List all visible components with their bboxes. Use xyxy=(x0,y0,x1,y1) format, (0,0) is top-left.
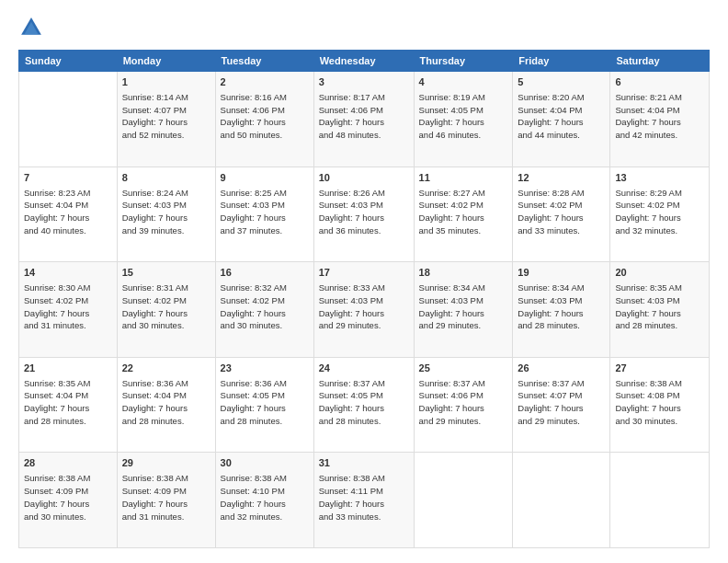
cell-line: and 29 minutes. xyxy=(419,319,508,332)
day-number: 20 xyxy=(615,266,704,281)
cell-line: and 50 minutes. xyxy=(221,129,309,142)
cell-line: Sunrise: 8:17 AM xyxy=(319,91,409,104)
cell-line: Sunrise: 8:34 AM xyxy=(518,282,605,294)
calendar-cell: 28Sunrise: 8:38 AMSunset: 4:09 PMDayligh… xyxy=(19,453,118,548)
cell-line: and 42 minutes. xyxy=(615,129,704,142)
cell-line: Sunrise: 8:27 AM xyxy=(419,187,508,200)
day-number: 16 xyxy=(221,266,309,281)
calendar-cell: 3Sunrise: 8:17 AMSunset: 4:06 PMDaylight… xyxy=(313,72,414,167)
calendar-cell: 26Sunrise: 8:37 AMSunset: 4:07 PMDayligh… xyxy=(513,357,610,453)
cell-line: Sunset: 4:03 PM xyxy=(419,294,508,307)
day-number: 23 xyxy=(221,362,309,376)
logo xyxy=(18,15,48,40)
cell-line: Sunset: 4:02 PM xyxy=(221,294,309,307)
day-number: 8 xyxy=(122,171,210,186)
day-number: 3 xyxy=(319,75,409,90)
calendar-cell: 5Sunrise: 8:20 AMSunset: 4:04 PMDaylight… xyxy=(513,72,610,167)
cell-line: Daylight: 7 hours xyxy=(319,498,409,511)
cell-line: Daylight: 7 hours xyxy=(615,402,704,415)
day-number: 10 xyxy=(319,171,409,186)
cell-line: Daylight: 7 hours xyxy=(319,116,409,129)
calendar-cell: 8Sunrise: 8:24 AMSunset: 4:03 PMDaylight… xyxy=(117,167,215,262)
calendar-cell: 10Sunrise: 8:26 AMSunset: 4:03 PMDayligh… xyxy=(313,167,414,262)
cell-line: Daylight: 7 hours xyxy=(419,307,508,320)
cell-line: Sunset: 4:03 PM xyxy=(122,199,210,212)
cell-line: Daylight: 7 hours xyxy=(221,116,309,129)
calendar-cell: 9Sunrise: 8:25 AMSunset: 4:03 PMDaylight… xyxy=(215,167,313,262)
cell-line: Daylight: 7 hours xyxy=(122,498,210,511)
calendar-cell: 17Sunrise: 8:33 AMSunset: 4:03 PMDayligh… xyxy=(313,262,414,358)
calendar-cell xyxy=(414,453,513,548)
calendar-cell: 31Sunrise: 8:38 AMSunset: 4:11 PMDayligh… xyxy=(313,453,414,548)
cell-line: Sunrise: 8:33 AM xyxy=(319,282,409,294)
calendar-table: SundayMondayTuesdayWednesdayThursdayFrid… xyxy=(18,50,710,548)
cell-line: and 28 minutes. xyxy=(24,415,112,428)
cell-line: and 37 minutes. xyxy=(221,224,309,237)
cell-line: and 28 minutes. xyxy=(319,415,409,428)
cell-line: Sunset: 4:05 PM xyxy=(419,104,508,117)
cell-line: Sunrise: 8:20 AM xyxy=(518,91,605,104)
calendar-cell: 25Sunrise: 8:37 AMSunset: 4:06 PMDayligh… xyxy=(414,357,513,453)
day-number: 26 xyxy=(518,362,605,376)
day-header-wednesday: Wednesday xyxy=(313,51,414,72)
calendar-cell: 2Sunrise: 8:16 AMSunset: 4:06 PMDaylight… xyxy=(215,72,313,167)
calendar-cell: 7Sunrise: 8:23 AMSunset: 4:04 PMDaylight… xyxy=(19,167,118,262)
cell-line: Sunset: 4:04 PM xyxy=(122,389,210,402)
calendar-cell: 19Sunrise: 8:34 AMSunset: 4:03 PMDayligh… xyxy=(513,262,610,358)
cell-line: Sunrise: 8:25 AM xyxy=(221,187,309,200)
calendar-cell: 29Sunrise: 8:38 AMSunset: 4:09 PMDayligh… xyxy=(117,453,215,548)
calendar-cell: 18Sunrise: 8:34 AMSunset: 4:03 PMDayligh… xyxy=(414,262,513,358)
calendar-cell: 15Sunrise: 8:31 AMSunset: 4:02 PMDayligh… xyxy=(117,262,215,358)
cell-line: and 44 minutes. xyxy=(518,129,605,142)
cell-line: and 35 minutes. xyxy=(419,224,508,237)
day-number: 21 xyxy=(24,362,112,376)
cell-line: Sunrise: 8:35 AM xyxy=(615,282,704,294)
cell-line: Sunset: 4:08 PM xyxy=(615,389,704,402)
cell-line: and 46 minutes. xyxy=(419,129,508,142)
cell-line: and 33 minutes. xyxy=(518,224,605,237)
cell-line: Sunrise: 8:37 AM xyxy=(319,377,409,390)
day-header-monday: Monday xyxy=(117,51,215,72)
calendar-cell: 11Sunrise: 8:27 AMSunset: 4:02 PMDayligh… xyxy=(414,167,513,262)
cell-line: and 39 minutes. xyxy=(122,224,210,237)
cell-line: Sunset: 4:07 PM xyxy=(122,104,210,117)
day-number: 29 xyxy=(122,456,210,471)
calendar-cell: 20Sunrise: 8:35 AMSunset: 4:03 PMDayligh… xyxy=(610,262,710,358)
cell-line: and 32 minutes. xyxy=(615,224,704,237)
day-number: 15 xyxy=(122,266,210,281)
calendar-cell: 16Sunrise: 8:32 AMSunset: 4:02 PMDayligh… xyxy=(215,262,313,358)
cell-line: Sunrise: 8:36 AM xyxy=(221,377,309,390)
cell-line: Sunrise: 8:24 AM xyxy=(122,187,210,200)
day-number: 7 xyxy=(24,171,112,186)
day-number: 19 xyxy=(518,266,605,281)
week-row-4: 21Sunrise: 8:35 AMSunset: 4:04 PMDayligh… xyxy=(19,357,710,453)
calendar-cell: 21Sunrise: 8:35 AMSunset: 4:04 PMDayligh… xyxy=(19,357,118,453)
calendar-cell: 14Sunrise: 8:30 AMSunset: 4:02 PMDayligh… xyxy=(19,262,118,358)
cell-line: Daylight: 7 hours xyxy=(419,402,508,415)
cell-line: Sunset: 4:02 PM xyxy=(419,199,508,212)
cell-line: Sunrise: 8:38 AM xyxy=(221,472,309,485)
cell-line: Sunrise: 8:38 AM xyxy=(319,472,409,485)
cell-line: Sunset: 4:04 PM xyxy=(518,104,605,117)
calendar-cell: 13Sunrise: 8:29 AMSunset: 4:02 PMDayligh… xyxy=(610,167,710,262)
day-number: 1 xyxy=(122,75,210,90)
calendar-cell: 12Sunrise: 8:28 AMSunset: 4:02 PMDayligh… xyxy=(513,167,610,262)
cell-line: and 29 minutes. xyxy=(319,319,409,332)
cell-line: Sunrise: 8:31 AM xyxy=(122,282,210,294)
cell-line: Sunset: 4:09 PM xyxy=(24,485,112,498)
day-header-tuesday: Tuesday xyxy=(215,51,313,72)
cell-line: and 28 minutes. xyxy=(518,319,605,332)
cell-line: Sunset: 4:04 PM xyxy=(24,389,112,402)
week-row-1: 1Sunrise: 8:14 AMSunset: 4:07 PMDaylight… xyxy=(19,72,710,167)
cell-line: and 32 minutes. xyxy=(221,511,309,523)
cell-line: and 36 minutes. xyxy=(319,224,409,237)
cell-line: and 30 minutes. xyxy=(615,415,704,428)
day-number: 22 xyxy=(122,362,210,376)
day-number: 13 xyxy=(615,171,704,186)
day-number: 14 xyxy=(24,266,112,281)
cell-line: Sunset: 4:04 PM xyxy=(24,199,112,212)
cell-line: Daylight: 7 hours xyxy=(615,307,704,320)
cell-line: Sunset: 4:07 PM xyxy=(518,389,605,402)
cell-line: Daylight: 7 hours xyxy=(419,116,508,129)
day-number: 11 xyxy=(419,171,508,186)
